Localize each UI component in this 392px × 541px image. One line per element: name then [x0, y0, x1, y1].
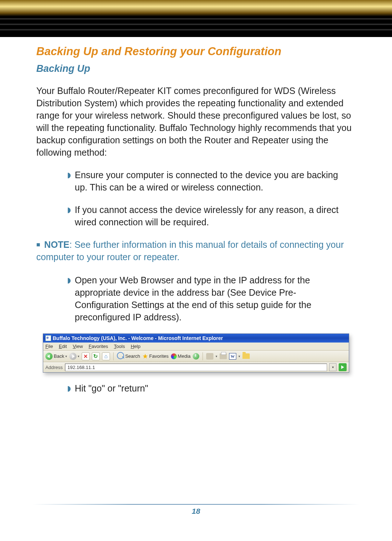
bullet-icon: ◗ [36, 274, 71, 284]
page-title: Backing Up and Restoring your Configurat… [36, 45, 359, 58]
back-button[interactable]: Back ▾ [45, 353, 67, 360]
separator [113, 352, 114, 360]
forward-button[interactable]: ▾ [69, 353, 79, 360]
search-label: Search [125, 353, 140, 359]
browser-titlebar: Buffalo Technology (USA), Inc. - Welcome… [43, 334, 349, 343]
home-button[interactable]: ⌂ [102, 352, 110, 360]
bullet-group-2: ◗ Open your Web Browser and type in the … [36, 274, 359, 323]
bullet-text: If you cannot access the device wireless… [71, 204, 359, 228]
word-edit-button[interactable]: W [229, 353, 236, 360]
bullet-icon: ◗ [36, 204, 71, 214]
page-number: 18 [192, 507, 200, 515]
document-header-band [0, 0, 392, 37]
chevron-down-icon[interactable]: ▾ [238, 354, 240, 358]
print-button[interactable] [220, 353, 227, 359]
back-label: Back [54, 353, 64, 359]
section-subtitle: Backing Up [36, 63, 359, 74]
address-input[interactable]: 192.168.11.1 [65, 364, 327, 371]
bullet-group-3: ◗ Hit "go" or "return" [36, 382, 359, 394]
media-icon [171, 353, 177, 359]
menu-file[interactable]: File [45, 344, 53, 349]
bullet-text: Open your Web Browser and type in the IP… [71, 274, 359, 323]
note-label: NOTE [44, 239, 69, 250]
forward-arrow-icon [69, 353, 77, 360]
search-button[interactable]: Search [117, 352, 140, 360]
favorites-label: Favorites [149, 353, 168, 359]
refresh-button[interactable]: ↻ [92, 352, 100, 360]
menu-help[interactable]: Help [131, 344, 140, 349]
star-icon: ★ [142, 352, 148, 360]
note-square-icon: ■ [36, 241, 40, 248]
browser-address-bar: Address 192.168.11.1 ▾ [43, 362, 349, 372]
list-item: ◗ Open your Web Browser and type in the … [36, 274, 359, 323]
separator [203, 352, 203, 360]
bullet-text: Hit "go" or "return" [71, 382, 359, 394]
page-footer: 18 [33, 504, 359, 516]
mail-button[interactable] [206, 353, 213, 360]
browser-title-text: Buffalo Technology (USA), Inc. - Welcome… [53, 335, 223, 341]
note-text: : See further information in this manual… [36, 239, 344, 262]
favorites-button[interactable]: ★ Favorites [142, 352, 168, 360]
media-label: Media [178, 353, 191, 359]
history-button[interactable] [193, 353, 199, 360]
menu-favorites[interactable]: Favorites [89, 344, 108, 349]
address-dropdown-icon[interactable]: ▾ [329, 363, 336, 371]
stop-button[interactable]: ✕ [82, 352, 90, 360]
note-paragraph: ■ NOTE: See further information in this … [36, 238, 359, 263]
go-button[interactable] [339, 363, 347, 371]
footer-rule [33, 504, 359, 505]
bullet-icon: ◗ [36, 169, 71, 179]
list-item: ◗ Ensure your computer is connected to t… [36, 169, 359, 193]
chevron-down-icon[interactable]: ▾ [65, 354, 67, 358]
ie-logo-icon [45, 335, 51, 341]
chevron-down-icon[interactable]: ▾ [216, 354, 217, 358]
browser-toolbar: Back ▾ ▾ ✕ ↻ ⌂ Search [43, 351, 349, 362]
intro-paragraph: Your Buffalo Router/Repeater KIT comes p… [36, 85, 359, 159]
bullet-icon: ◗ [36, 382, 71, 393]
menu-edit[interactable]: Edit [59, 344, 67, 349]
browser-menu-bar[interactable]: File Edit View Favorites Tools Help [43, 343, 349, 351]
menu-tools[interactable]: Tools [114, 344, 125, 349]
list-item: ◗ Hit "go" or "return" [36, 382, 359, 394]
menu-view[interactable]: View [73, 344, 83, 349]
bullet-text: Ensure your computer is connected to the… [71, 169, 359, 193]
back-arrow-icon [45, 353, 53, 360]
folder-button[interactable] [242, 353, 250, 359]
address-label: Address [45, 365, 63, 370]
chevron-down-icon[interactable]: ▾ [78, 354, 79, 358]
bullet-group-1: ◗ Ensure your computer is connected to t… [36, 169, 359, 228]
browser-screenshot: Buffalo Technology (USA), Inc. - Welcome… [43, 333, 348, 373]
list-item: ◗ If you cannot access the device wirele… [36, 204, 359, 228]
search-icon [117, 352, 124, 360]
media-button[interactable]: Media [171, 353, 191, 359]
